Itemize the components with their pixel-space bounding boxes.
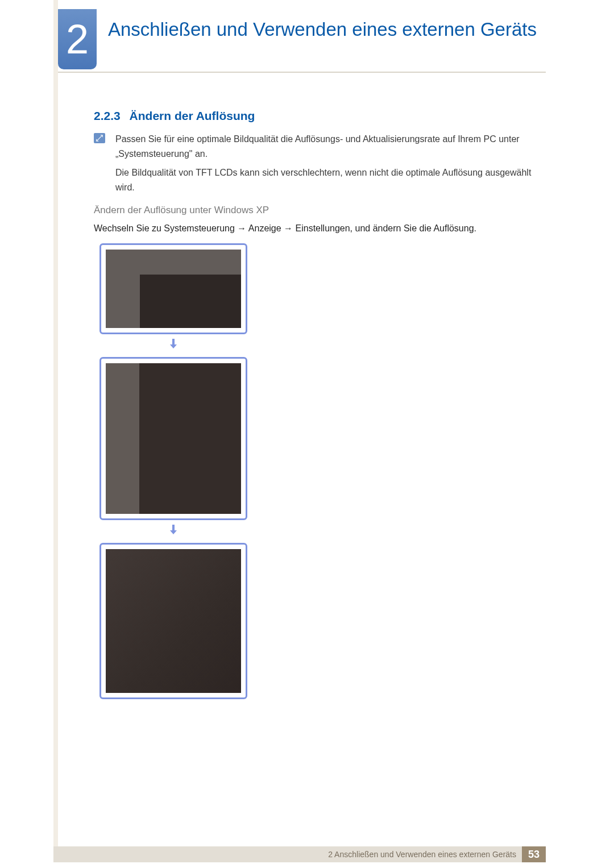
chapter-number-badge: 2 <box>58 9 97 69</box>
figure-image-1 <box>106 250 241 328</box>
note-icon <box>94 133 105 143</box>
figure-frame-1 <box>99 243 247 334</box>
note-block: Passen Sie für eine optimale Bildqualitä… <box>94 132 546 199</box>
document-page: 2 Anschließen und Verwenden eines extern… <box>0 0 614 868</box>
chapter-title: Anschließen und Verwenden eines externen… <box>108 18 546 41</box>
chapter-number: 2 <box>66 19 89 60</box>
arrow-down-2 <box>99 524 247 537</box>
note-text: Passen Sie für eine optimale Bildqualitä… <box>115 132 546 196</box>
arrow-down-1 <box>99 338 247 351</box>
figure-stack <box>99 243 247 703</box>
left-margin-bar <box>53 0 58 847</box>
footer-text: 2 Anschließen und Verwenden eines extern… <box>328 850 516 859</box>
footer-page-number: 53 <box>522 846 546 862</box>
section-heading: 2.2.3 Ändern der Auflösung <box>94 109 255 123</box>
note-paragraph-1: Passen Sie für eine optimale Bildqualitä… <box>115 132 546 162</box>
figure-1-overlay <box>140 275 241 328</box>
figure-image-2 <box>106 363 241 514</box>
section-number: 2.2.3 <box>94 109 121 122</box>
instruction-text: Wechseln Sie zu Systemsteuerung → Anzeig… <box>94 222 546 235</box>
note-paragraph-2: Die Bildqualität von TFT LCDs kann sich … <box>115 165 546 196</box>
header-underline <box>58 72 546 73</box>
figure-frame-3 <box>99 543 247 699</box>
footer-bar: 2 Anschließen und Verwenden eines extern… <box>53 846 546 862</box>
section-title: Ändern der Auflösung <box>130 109 255 122</box>
figure-image-3 <box>106 549 241 693</box>
figure-frame-2 <box>99 357 247 520</box>
subheading: Ändern der Auflösung unter Windows XP <box>94 205 269 216</box>
